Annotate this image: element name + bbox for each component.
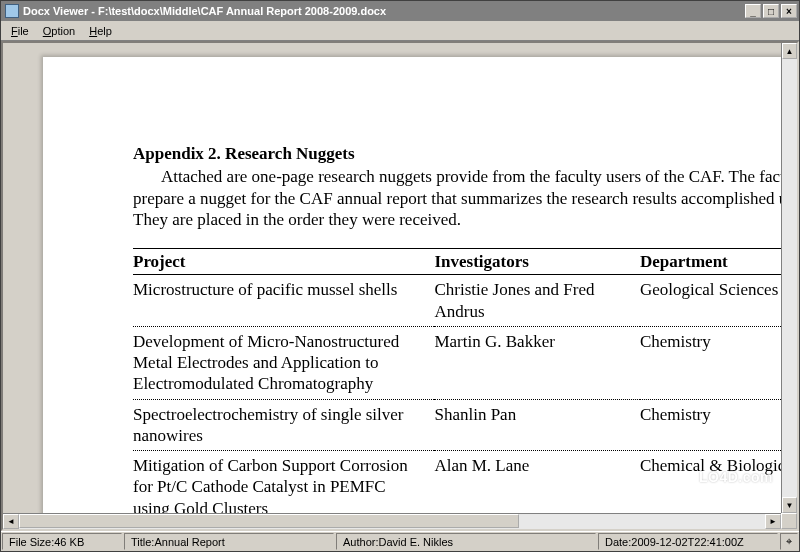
table-row: Spectroelectrochemistry of single silver… (133, 399, 781, 451)
vscroll-track[interactable] (782, 59, 797, 497)
filesize-label: File Size: (9, 536, 54, 548)
title-label: Title: (131, 536, 154, 548)
menubar: File Option Help (1, 21, 799, 41)
title-value: Annual Report (154, 536, 224, 548)
intro-paragraph: Attached are one-page research nuggets p… (133, 166, 781, 230)
research-table: Project Investigators Department Microst… (133, 248, 781, 513)
menu-option[interactable]: Option (37, 23, 81, 39)
author-value: David E. Nikles (378, 536, 453, 548)
table-row: Mitigation of Carbon Support Corrosion f… (133, 451, 781, 514)
status-corner-icon: ⌖ (780, 533, 798, 550)
menu-help-rest: elp (97, 25, 112, 37)
filesize-value: 46 KB (54, 536, 84, 548)
client-area: Appendix 2. Research Nuggets Attached ar… (1, 41, 799, 531)
col-investigators: Investigators (434, 249, 640, 275)
window-title: Docx Viewer - F:\test\docx\Middle\CAF An… (23, 5, 386, 17)
cell-department: Chemistry (640, 399, 781, 451)
cell-investigators: Alan M. Lane (434, 451, 640, 514)
scroll-right-button[interactable]: ► (765, 514, 781, 529)
horizontal-scrollbar[interactable]: ◄ ► (3, 513, 781, 529)
scroll-down-button[interactable]: ▼ (782, 497, 797, 513)
maximize-button[interactable]: □ (763, 4, 779, 18)
document-viewport[interactable]: Appendix 2. Research Nuggets Attached ar… (3, 43, 781, 513)
window-controls: _ □ × (745, 4, 799, 18)
menu-help[interactable]: Help (83, 23, 118, 39)
vertical-scrollbar[interactable]: ▲ ▼ (781, 43, 797, 513)
table-header-row: Project Investigators Department (133, 249, 781, 275)
close-button[interactable]: × (781, 4, 797, 18)
document-viewport-row: Appendix 2. Research Nuggets Attached ar… (3, 43, 797, 513)
author-label: Author: (343, 536, 378, 548)
cell-project: Mitigation of Carbon Support Corrosion f… (133, 451, 434, 514)
status-author: Author: David E. Nikles (336, 533, 596, 550)
app-icon (5, 4, 19, 18)
minimize-button[interactable]: _ (745, 4, 761, 18)
page-heading: Appendix 2. Research Nuggets (133, 143, 781, 164)
menu-file[interactable]: File (5, 23, 35, 39)
document-page: Appendix 2. Research Nuggets Attached ar… (43, 57, 781, 513)
cell-investigators: Christie Jones and Fred Andrus (434, 275, 640, 327)
titlebar-left: Docx Viewer - F:\test\docx\Middle\CAF An… (5, 4, 386, 18)
date-value: 2009-12-02T22:41:00Z (631, 536, 744, 548)
cell-department: Geological Sciences (640, 275, 781, 327)
cell-project: Development of Micro-Nanostructured Meta… (133, 326, 434, 399)
cell-investigators: Shanlin Pan (434, 399, 640, 451)
table-row: Development of Micro-Nanostructured Meta… (133, 326, 781, 399)
col-project: Project (133, 249, 434, 275)
table-row: Microstructure of pacific mussel shellsC… (133, 275, 781, 327)
watermark: LO4D.com (699, 469, 773, 485)
main-window: Docx Viewer - F:\test\docx\Middle\CAF An… (0, 0, 800, 552)
date-label: Date: (605, 536, 631, 548)
cell-department: Chemistry (640, 326, 781, 399)
statusbar: File Size: 46 KB Title: Annual Report Au… (1, 531, 799, 551)
cell-project: Spectroelectrochemistry of single silver… (133, 399, 434, 451)
size-grip[interactable] (781, 513, 797, 529)
cell-project: Microstructure of pacific mussel shells (133, 275, 434, 327)
menu-file-rest: ile (18, 25, 29, 37)
horizontal-scrollbar-row: ◄ ► (3, 513, 797, 529)
hscroll-thumb[interactable] (19, 514, 519, 528)
hscroll-track[interactable] (19, 514, 765, 529)
menu-option-rest: ption (51, 25, 75, 37)
status-filesize: File Size: 46 KB (2, 533, 122, 550)
cell-investigators: Martin G. Bakker (434, 326, 640, 399)
status-date: Date: 2009-12-02T22:41:00Z (598, 533, 778, 550)
status-title: Title: Annual Report (124, 533, 334, 550)
col-department: Department (640, 249, 781, 275)
scroll-up-button[interactable]: ▲ (782, 43, 797, 59)
titlebar: Docx Viewer - F:\test\docx\Middle\CAF An… (1, 1, 799, 21)
scroll-left-button[interactable]: ◄ (3, 514, 19, 529)
